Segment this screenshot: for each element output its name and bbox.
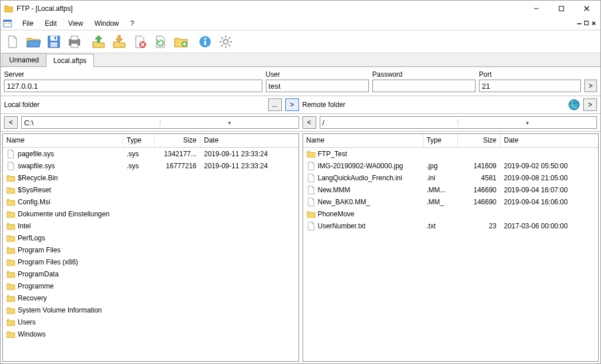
list-item[interactable]: System Volume Information — [3, 304, 298, 316]
col-name[interactable]: Name — [3, 134, 123, 147]
file-size: 141609 — [458, 161, 501, 171]
list-item[interactable]: Programme — [3, 280, 298, 292]
file-icon — [307, 173, 316, 183]
list-item[interactable]: Dokumente und Einstellungen — [3, 208, 298, 220]
folder-icon — [307, 149, 316, 159]
password-input[interactable] — [372, 80, 476, 92]
list-item[interactable]: Recovery — [3, 292, 298, 304]
menu-bar: File Edit View Window ? ‒ ◻ × — [1, 17, 600, 30]
col-type[interactable]: Type — [123, 134, 155, 147]
list-item[interactable]: Windows — [3, 328, 298, 340]
list-item[interactable]: FTP_Test — [303, 148, 599, 160]
menu-window[interactable]: Window — [89, 18, 125, 29]
list-item[interactable]: Program Files — [3, 244, 298, 256]
list-item[interactable]: New_BAK0.MM_.MM_1466902019-09-04 16:06:0… — [303, 196, 599, 208]
file-name: $SysReset — [18, 186, 51, 194]
file-date — [201, 297, 298, 299]
path-row: < C:\ ▾ < / ▾ — [1, 114, 600, 132]
user-input[interactable] — [266, 80, 369, 92]
file-name: $Recycle.Bin — [18, 174, 58, 182]
list-item[interactable]: $Recycle.Bin — [3, 172, 298, 184]
chevron-down-icon[interactable]: ▾ — [458, 120, 596, 126]
file-date: 2019-09-11 23:33:24 — [201, 149, 298, 159]
close-button[interactable] — [574, 1, 599, 17]
list-item[interactable]: Intel — [3, 220, 298, 232]
list-item[interactable]: Config.Msi — [3, 196, 298, 208]
folder-icon — [6, 282, 15, 291]
list-item[interactable]: New.MMM.MM...1466902019-09-04 16:07:00 — [303, 184, 599, 196]
download-button[interactable] — [109, 32, 129, 52]
transfer-right-button[interactable]: > — [285, 98, 299, 111]
mdi-restore-button[interactable]: ◻ — [584, 19, 589, 27]
mdi-minimize-button[interactable]: ‒ — [577, 19, 582, 27]
tab-local-aftps[interactable]: Local.aftps — [46, 54, 94, 67]
new-folder-button[interactable] — [171, 32, 191, 52]
local-path-combo[interactable]: C:\ ▾ — [21, 116, 299, 129]
maximize-button[interactable] — [549, 1, 574, 17]
file-name: swapfile.sys — [18, 162, 55, 170]
menu-view[interactable]: View — [62, 18, 89, 29]
list-item[interactable]: PerfLogs — [3, 232, 298, 244]
file-type — [123, 189, 155, 191]
col-size[interactable]: Size — [458, 134, 501, 147]
col-type[interactable]: Type — [423, 134, 458, 147]
list-item[interactable]: Users — [3, 316, 298, 328]
col-date[interactable]: Date — [501, 134, 599, 147]
server-input[interactable] — [4, 80, 262, 92]
remote-file-list[interactable]: FTP_TestIMG-20190902-WA0000.jpg.jpg14160… — [303, 148, 599, 361]
upload-button[interactable] — [89, 32, 108, 52]
list-item[interactable]: Program Files (x86) — [3, 256, 298, 268]
file-type: .sys — [123, 161, 155, 171]
file-type: .sys — [123, 149, 155, 159]
local-column-header[interactable]: Name Type Size Date — [3, 134, 298, 148]
file-date — [201, 285, 298, 287]
local-file-list[interactable]: pagefile.sys.sys1342177...2019-09-11 23:… — [3, 148, 298, 361]
list-item[interactable]: UserNumber.txt.txt232017-03-06 00:00:00 — [303, 220, 599, 232]
mdi-close-button[interactable]: × — [591, 19, 596, 27]
menu-edit[interactable]: Edit — [39, 18, 62, 29]
file-name: LangQuickAudio_French.ini — [318, 174, 402, 182]
col-name[interactable]: Name — [303, 134, 423, 147]
menu-file[interactable]: File — [17, 18, 39, 29]
local-back-button[interactable]: < — [4, 116, 18, 129]
file-type: .MM_ — [423, 197, 458, 207]
folder-icon — [6, 209, 15, 219]
file-size: 4581 — [458, 173, 501, 183]
remote-go-button[interactable]: > — [583, 98, 597, 111]
list-item[interactable]: PhoneMove — [303, 208, 599, 220]
browse-local-button[interactable]: ... — [268, 98, 282, 111]
list-item[interactable]: pagefile.sys.sys1342177...2019-09-11 23:… — [3, 148, 298, 160]
refresh-button[interactable] — [151, 32, 170, 52]
list-item[interactable]: IMG-20190902-WA0000.jpg.jpg1416092019-09… — [303, 160, 599, 172]
remote-back-button[interactable]: < — [303, 116, 316, 129]
folder-icon — [307, 209, 316, 219]
minimize-button[interactable] — [524, 1, 549, 17]
globe-icon — [568, 99, 580, 110]
list-item[interactable]: ProgramData — [3, 268, 298, 280]
remote-path-combo[interactable]: / ▾ — [320, 116, 598, 129]
file-size — [155, 321, 201, 323]
menu-help[interactable]: ? — [125, 18, 140, 29]
col-size[interactable]: Size — [155, 134, 201, 147]
chevron-down-icon[interactable]: ▾ — [160, 120, 298, 126]
settings-button[interactable] — [216, 32, 235, 52]
file-size: 23 — [458, 221, 501, 231]
list-item[interactable]: $SysReset — [3, 184, 298, 196]
col-date[interactable]: Date — [201, 134, 298, 147]
info-button[interactable] — [195, 32, 215, 52]
save-button[interactable] — [44, 32, 64, 52]
open-button[interactable] — [23, 32, 43, 52]
print-button[interactable] — [65, 32, 84, 52]
password-label: Password — [372, 70, 476, 78]
list-item[interactable]: LangQuickAudio_French.ini.ini45812019-09… — [303, 172, 599, 184]
list-item[interactable]: swapfile.sys.sys167772162019-09-11 23:33… — [3, 160, 298, 172]
connect-button[interactable]: > — [584, 80, 597, 92]
remote-column-header[interactable]: Name Type Size Date — [303, 134, 599, 148]
port-input[interactable] — [479, 80, 581, 92]
file-size — [155, 213, 201, 215]
tab-unnamed[interactable]: Unnamed — [2, 53, 46, 66]
user-label: User — [266, 70, 369, 78]
delete-button[interactable] — [130, 32, 150, 52]
toolbar — [1, 30, 600, 53]
new-button[interactable] — [3, 32, 22, 52]
